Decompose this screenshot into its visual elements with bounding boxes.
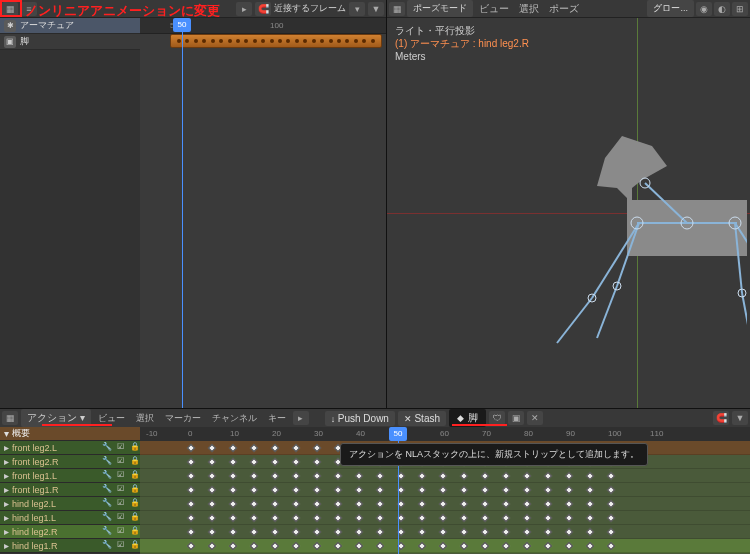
dopesheet-editor: ▦ アクション ▾ ビュー 選択 マーカー チャンネル キー ▸ ↓ Push …: [0, 408, 750, 554]
menu-marker[interactable]: マーカー: [161, 412, 205, 425]
viewport-header: ▦ ポーズモード ビュー 選択 ポーズ グロー... ◉ ◐ ⊞: [387, 0, 750, 18]
menu-key[interactable]: キー: [264, 412, 290, 425]
annotation-underline: [452, 424, 507, 426]
keyframe-row[interactable]: [140, 525, 750, 539]
svg-line-10: [742, 293, 747, 346]
viewport: ▦ ポーズモード ビュー 選択 ポーズ グロー... ◉ ◐ ⊞ ライト・平行投…: [387, 0, 750, 408]
chevron-down-icon[interactable]: ▾: [349, 2, 365, 16]
tri-icon: ▾: [4, 428, 9, 439]
nla-timeline[interactable]: 50 100 50: [140, 18, 386, 408]
playhead[interactable]: 50: [182, 18, 183, 408]
armature-icon: ✱: [4, 20, 16, 32]
menu-pose[interactable]: ポーズ: [545, 2, 583, 16]
arrow-icon[interactable]: ▸: [293, 411, 309, 425]
shading-icon[interactable]: ◐: [714, 2, 730, 16]
keyframe-row[interactable]: [140, 511, 750, 525]
snap-icon[interactable]: 🧲: [255, 2, 271, 16]
channel-row[interactable]: ▸hind leg1.R🔧☑🔒: [0, 539, 140, 553]
svg-line-6: [597, 286, 617, 338]
menu-view[interactable]: ビュー: [94, 412, 129, 425]
playhead-frame: 50: [173, 18, 191, 32]
playhead-frame: 50: [389, 427, 407, 441]
nla-track-armature[interactable]: ✱ アーマチュア: [0, 18, 140, 34]
nla-channel-tree: ✱ アーマチュア ▣ 脚: [0, 18, 140, 408]
summary-label: 概要: [12, 427, 140, 440]
keyframe-row[interactable]: [140, 539, 750, 553]
dopesheet-channel-tree: ▾ 概要 ▸front leg2.L🔧☑🔒▸front leg2.R🔧☑🔒▸fr…: [0, 427, 140, 554]
menu-select[interactable]: 選択: [132, 412, 158, 425]
tooltip: アクションを NLAスタックの上に、新規ストリップとして追加します。: [340, 443, 648, 466]
filter-icon[interactable]: ▼: [732, 411, 748, 425]
overlay-l1: ライト・平行投影: [395, 24, 529, 37]
summary-row[interactable]: ▾ 概要: [0, 427, 140, 441]
filter-icon[interactable]: ▼: [368, 2, 384, 16]
viewport-3d[interactable]: ライト・平行投影 (1) アーマチュア : hind leg2.R Meters: [387, 18, 750, 408]
annotation-underline: [42, 424, 112, 426]
channel-row[interactable]: ▸front leg1.L🔧☑🔒: [0, 469, 140, 483]
channel-row[interactable]: ▸front leg2.R🔧☑🔒: [0, 455, 140, 469]
overlay-l3: Meters: [395, 50, 529, 63]
menu-channel[interactable]: チャンネル: [208, 412, 261, 425]
keyframe-row[interactable]: [140, 483, 750, 497]
nla-editor: ▦ ≡ ▸ 🧲 近接するフレーム ▾ ▼ ✱ アーマチュア ▣ 脚: [0, 0, 387, 408]
overlay-l2: (1) アーマチュア : hind leg2.R: [395, 37, 529, 50]
fake-user-icon[interactable]: 🛡: [489, 411, 505, 425]
editor-type-icon[interactable]: ▦: [2, 411, 18, 425]
annotation-box: [0, 0, 22, 17]
orientation-select[interactable]: グロー...: [647, 0, 694, 17]
snap-label: 近接するフレーム: [274, 2, 346, 15]
channel-row[interactable]: ▸front leg2.L🔧☑🔒: [0, 441, 140, 455]
unlink-icon[interactable]: ✕: [527, 411, 543, 425]
snap-icon[interactable]: 🧲: [713, 411, 729, 425]
menu-select[interactable]: 選択: [515, 2, 543, 16]
stash-button[interactable]: ✕ Stash: [398, 411, 446, 426]
editor-type-icon[interactable]: ▦: [389, 2, 405, 16]
arrow-icon[interactable]: ▸: [236, 2, 252, 16]
keyframe-row[interactable]: [140, 469, 750, 483]
strip-name: 脚: [20, 35, 29, 48]
dopesheet-header: ▦ アクション ▾ ビュー 選択 マーカー チャンネル キー ▸ ↓ Push …: [0, 409, 750, 427]
channel-row[interactable]: ▸hind leg2.L🔧☑🔒: [0, 497, 140, 511]
xray-icon[interactable]: ⊞: [732, 2, 748, 16]
keyframe-row[interactable]: [140, 497, 750, 511]
horse-armature: [477, 128, 747, 348]
menu-view[interactable]: ビュー: [475, 2, 513, 16]
ruler-tick: 100: [270, 21, 283, 30]
svg-line-4: [557, 298, 592, 343]
viewport-overlay-text: ライト・平行投影 (1) アーマチュア : hind leg2.R Meters: [395, 24, 529, 63]
channel-row[interactable]: ▸front leg1.R🔧☑🔒: [0, 483, 140, 497]
nla-track-action[interactable]: ▣ 脚: [0, 34, 140, 50]
new-action-icon[interactable]: ▣: [508, 411, 524, 425]
overlay-icon[interactable]: ◉: [696, 2, 712, 16]
svg-marker-0: [597, 136, 747, 256]
svg-line-3: [592, 223, 639, 298]
push-down-button[interactable]: ↓ Push Down: [325, 411, 395, 426]
annotation-label: ノンリニアアニメーションに変更: [25, 2, 220, 20]
channel-row[interactable]: ▸hind leg1.L🔧☑🔒: [0, 511, 140, 525]
action-icon: ▣: [4, 36, 16, 48]
nla-strip[interactable]: [170, 34, 382, 48]
dopesheet-ruler[interactable]: -100102030405060708090100110: [140, 427, 750, 441]
mode-select[interactable]: ポーズモード: [407, 0, 473, 17]
dopesheet-timeline[interactable]: -100102030405060708090100110 50 アクションを N…: [140, 427, 750, 554]
channel-row[interactable]: ▸hind leg2.R🔧☑🔒: [0, 525, 140, 539]
track-name: アーマチュア: [20, 19, 74, 32]
